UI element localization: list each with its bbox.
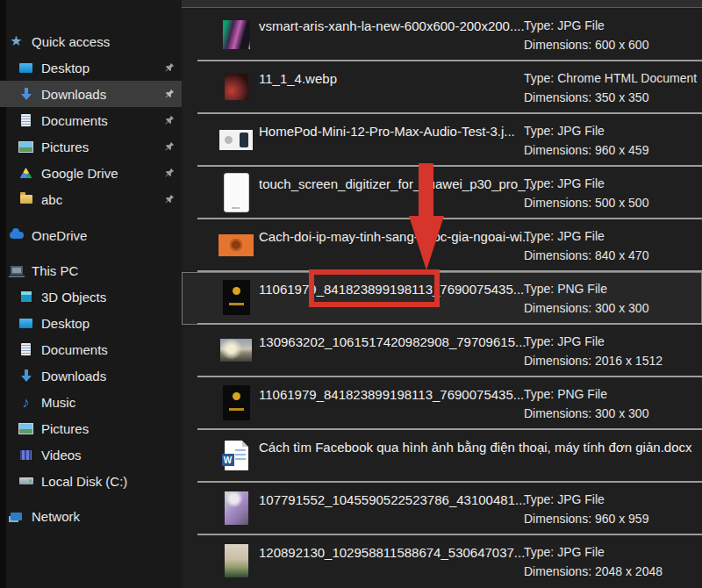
sidebar-item-videos[interactable]: Videos [6, 441, 182, 468]
google-drive-icon [18, 166, 34, 180]
file-type: Type: JPG File [524, 226, 648, 246]
phone-wallpaper-thumbnail [223, 20, 250, 49]
file-row[interactable]: touch_screen_digitizer_for_huawei_p30_pr… [182, 167, 702, 219]
file-row[interactable]: 107791552_1045590522523786_43100481... T… [182, 483, 702, 535]
sidebar-item-desktop[interactable]: Desktop [6, 54, 182, 81]
sidebar-item-label: 3D Objects [41, 290, 106, 305]
file-dimensions: Dimensions: 300 x 300 [524, 404, 648, 423]
file-row[interactable]: Cách tìm Facebook qua hình ảnh bằng điện… [182, 430, 702, 483]
sidebar-item-label: Downloads [41, 369, 106, 384]
sidebar-item-label: Desktop [41, 316, 90, 331]
sidebar-item-label: Local Disk (C:) [41, 474, 127, 489]
file-meta: Type: JPG File Dimensions: 2048 x 2048 [524, 542, 663, 581]
monitor-icon [18, 61, 34, 75]
file-meta: Type: JPG File Dimensions: 2016 x 1512 [524, 332, 663, 370]
pin-icon [164, 168, 175, 178]
hard-drive-icon [18, 474, 34, 488]
sidebar-item-label: Documents [41, 342, 108, 357]
file-dimensions: Dimensions: 350 x 350 [524, 88, 697, 107]
sidebar-item-quick-access[interactable]: ★ Quick access [6, 28, 182, 54]
file-type: Type: JPG File [524, 16, 648, 35]
annotation-arrow-head [409, 216, 444, 270]
sidebar-item-label: Google Drive [41, 166, 118, 181]
monitor-icon [18, 316, 34, 330]
file-dimensions: Dimensions: 2048 x 2048 [524, 562, 663, 581]
sidebar-item-label: Pictures [41, 140, 89, 154]
file-name: Cach-doi-ip-may-tinh-sang-quoc-gia-ngoai… [259, 229, 534, 244]
file-name: 11061979_841823899198113_7690075435... [259, 387, 524, 402]
sidebar-item-pictures[interactable]: Pictures [6, 133, 182, 160]
file-type: Type: JPG File [524, 542, 663, 562]
sidebar-item-onedrive[interactable]: OneDrive [6, 222, 182, 248]
sidebar-item-3d-objects[interactable]: 3D Objects [6, 283, 182, 310]
file-row-selected[interactable]: 11061979_841823899198113_7690075435... T… [182, 272, 702, 325]
download-arrow-icon [18, 87, 34, 101]
file-type: Type: Chrome HTML Document [524, 68, 697, 88]
file-name: 130963202_1061517420982908_79709615... [259, 334, 526, 349]
file-type: Type: PNG File [524, 384, 648, 404]
file-meta: Type: JPG File Dimensions: 960 x 459 [524, 121, 648, 160]
sidebar-item-label: Quick access [32, 34, 110, 49]
file-type: Type: JPG File [524, 121, 648, 140]
file-dimensions: Dimensions: 960 x 459 [524, 140, 648, 160]
landscape-photo-thumbnail [225, 544, 248, 577]
sidebar-item-label: Pictures [41, 421, 89, 436]
file-name: HomePod-Mini-12-Pro-Max-Audio-Test-3.j..… [259, 124, 515, 139]
sidebar-item-downloads-pc[interactable]: Downloads [6, 362, 182, 389]
file-dimensions: Dimensions: 500 x 500 [524, 193, 648, 212]
sidebar-item-documents[interactable]: Documents [6, 107, 182, 133]
file-name: 11_1_4.webp [259, 71, 337, 86]
file-dimensions: Dimensions: 2016 x 1512 [524, 351, 663, 370]
file-type: Type: JPG File [524, 174, 648, 193]
sidebar-item-google-drive[interactable]: Google Drive [6, 160, 182, 186]
sidebar-item-documents-pc[interactable]: Documents [6, 336, 182, 362]
sidebar-item-local-disk-c[interactable]: Local Disk (C:) [6, 468, 182, 494]
file-meta: Type: PNG File Dimensions: 300 x 300 [524, 279, 648, 318]
file-meta: Type: JPG File Dimensions: 500 x 500 [524, 174, 648, 212]
file-dimensions: Dimensions: 840 x 470 [524, 246, 648, 265]
homepod-thumbnail [219, 130, 253, 150]
download-arrow-icon [18, 369, 34, 383]
folder-icon [18, 192, 34, 206]
file-type: Type: JPG File [524, 490, 648, 509]
sidebar-item-label: abc [41, 192, 62, 207]
sidebar-item-label: OneDrive [32, 228, 87, 243]
landscape-sun-thumbnail [220, 339, 252, 362]
music-note-icon: ♪ [18, 395, 34, 409]
sidebar-item-downloads[interactable]: Downloads [6, 81, 182, 107]
file-dimensions: Dimensions: 600 x 600 [524, 35, 648, 54]
sidebar-item-label: Downloads [41, 87, 106, 102]
file-row[interactable]: 130963202_1061517420982908_79709615... T… [182, 325, 702, 377]
file-row[interactable]: 120892130_102958811588674_530647037... T… [182, 535, 702, 588]
red-photo-thumbnail [225, 74, 248, 100]
file-row[interactable]: HomePod-Mini-12-Pro-Max-Audio-Test-3.j..… [182, 114, 702, 167]
file-row[interactable]: vsmart-aris-xanh-la-new-600x600-200x200.… [182, 9, 702, 61]
file-dimensions: Dimensions: 300 x 300 [524, 298, 648, 318]
sidebar-item-pictures-pc[interactable]: Pictures [6, 415, 182, 441]
sidebar-item-desktop-pc[interactable]: Desktop [6, 310, 182, 336]
window-left-edge [0, 0, 6, 588]
sidebar-item-abc[interactable]: abc [6, 186, 182, 212]
sidebar-item-network[interactable]: Network [6, 503, 182, 529]
sidebar-item-music[interactable]: ♪ Music [6, 389, 182, 415]
file-meta: Type: JPG File Dimensions: 840 x 470 [524, 226, 648, 265]
file-row[interactable]: 11061979_841823899198113_7690075435... T… [182, 377, 702, 430]
cube-icon [18, 290, 34, 304]
sidebar-item-this-pc[interactable]: This PC [6, 257, 182, 283]
white-phone-thumbnail [224, 173, 249, 212]
portrait-photo-thumbnail [225, 491, 248, 525]
cloud-icon [8, 228, 25, 242]
file-row[interactable]: 11_1_4.webp Type: Chrome HTML Document D… [182, 61, 702, 114]
picture-icon [18, 421, 34, 435]
sidebar-item-label: Desktop [41, 61, 90, 75]
black-gold-logo-thumbnail [223, 385, 250, 420]
network-icon [8, 509, 25, 523]
file-name: vsmart-aris-xanh-la-new-600x600-200x200.… [259, 18, 525, 33]
file-name: 120892130_102958811588674_530647037... [259, 545, 525, 560]
orange-logo-thumbnail [218, 234, 254, 256]
navigation-pane: ★ Quick access Desktop Downloads Documen… [6, 0, 182, 588]
file-meta: Type: PNG File Dimensions: 300 x 300 [524, 384, 648, 423]
document-icon [18, 113, 34, 127]
annotation-highlight-box [309, 269, 440, 307]
computer-icon [8, 263, 25, 277]
